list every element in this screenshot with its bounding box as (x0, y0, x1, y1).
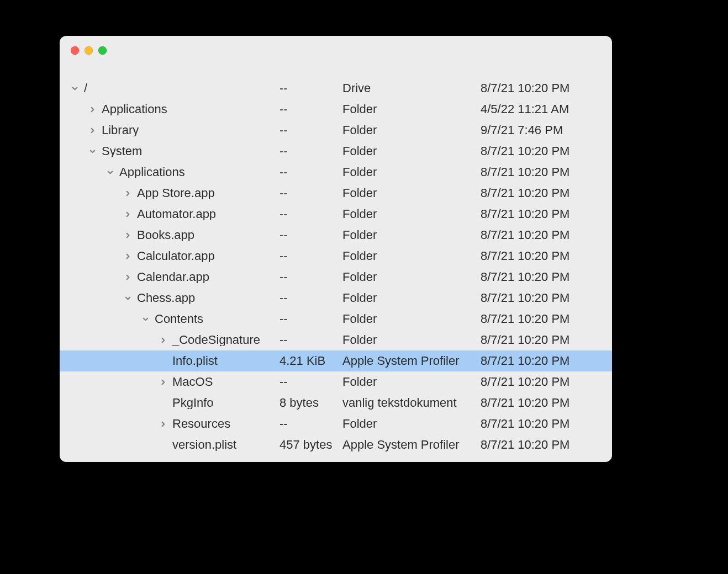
chevron-right-icon[interactable] (158, 377, 168, 387)
name-cell: / (70, 82, 279, 94)
item-name: Automator.app (137, 208, 216, 220)
file-tree[interactable]: /--Drive8/7/21 10:20 PMApplications--Fol… (60, 65, 612, 462)
item-name: Applications (102, 103, 167, 115)
size-cell: -- (279, 376, 342, 388)
kind-cell: Folder (342, 229, 481, 241)
tree-row[interactable]: version.plist457 bytesApple System Profi… (60, 434, 612, 455)
size-cell: -- (279, 166, 342, 178)
chevron-right-icon[interactable] (158, 335, 168, 345)
kind-cell: Folder (342, 124, 481, 136)
name-cell: Applications (70, 103, 279, 115)
size-cell: 4.21 KiB (279, 355, 342, 367)
kind-cell: Apple System Profiler (342, 355, 481, 367)
close-icon[interactable] (71, 46, 79, 55)
item-name: / (84, 82, 87, 94)
date-cell: 8/7/21 10:20 PM (481, 334, 599, 346)
tree-row[interactable]: Calculator.app--Folder8/7/21 10:20 PM (60, 246, 612, 267)
file-browser-window: /--Drive8/7/21 10:20 PMApplications--Fol… (60, 36, 612, 462)
date-cell: 8/7/21 10:20 PM (481, 208, 599, 220)
zoom-icon[interactable] (98, 46, 107, 55)
chevron-right-icon[interactable] (123, 251, 133, 261)
size-cell: -- (279, 418, 342, 430)
tree-row[interactable]: Resources--Folder8/7/21 10:20 PM (60, 413, 612, 434)
tree-row[interactable]: Library--Folder9/7/21 7:46 PM (60, 120, 612, 141)
size-cell: -- (279, 334, 342, 346)
tree-row[interactable]: Automator.app--Folder8/7/21 10:20 PM (60, 204, 612, 225)
name-cell: Applications (70, 166, 279, 178)
date-cell: 9/7/21 7:46 PM (481, 124, 599, 136)
item-name: Resources (172, 418, 230, 430)
size-cell: -- (279, 292, 342, 304)
chevron-down-icon[interactable] (123, 293, 133, 303)
tree-row[interactable]: Applications--Folder8/7/21 10:20 PM (60, 162, 612, 183)
chevron-right-icon[interactable] (87, 125, 97, 135)
name-cell: Automator.app (70, 208, 279, 220)
chevron-right-icon[interactable] (123, 272, 133, 282)
date-cell: 8/7/21 10:20 PM (481, 355, 599, 367)
item-name: _CodeSignature (172, 334, 260, 346)
chevron-right-icon[interactable] (123, 188, 133, 198)
size-cell: 457 bytes (279, 439, 342, 451)
name-cell: Library (70, 124, 279, 136)
chevron-right-icon[interactable] (123, 209, 133, 219)
kind-cell: Folder (342, 250, 481, 262)
kind-cell: Folder (342, 418, 481, 430)
kind-cell: Folder (342, 103, 481, 115)
date-cell: 8/7/21 10:20 PM (481, 439, 599, 451)
size-cell: -- (279, 145, 342, 157)
name-cell: App Store.app (70, 187, 279, 199)
kind-cell: Folder (342, 313, 481, 325)
tree-row[interactable]: MacOS--Folder8/7/21 10:20 PM (60, 371, 612, 392)
date-cell: 8/7/21 10:20 PM (481, 418, 599, 430)
item-name: Calendar.app (137, 271, 209, 283)
date-cell: 8/7/21 10:20 PM (481, 82, 599, 94)
item-name: Contents (155, 313, 203, 325)
tree-row[interactable]: Books.app--Folder8/7/21 10:20 PM (60, 225, 612, 246)
date-cell: 8/7/21 10:20 PM (481, 271, 599, 283)
tree-row[interactable]: Contents--Folder8/7/21 10:20 PM (60, 309, 612, 329)
kind-cell: Folder (342, 166, 481, 178)
tree-row[interactable]: Chess.app--Folder8/7/21 10:20 PM (60, 288, 612, 309)
chevron-down-icon[interactable] (87, 146, 97, 156)
size-cell: -- (279, 208, 342, 220)
item-name: Applications (119, 166, 185, 178)
tree-row[interactable]: System--Folder8/7/21 10:20 PM (60, 141, 612, 162)
tree-row[interactable]: App Store.app--Folder8/7/21 10:20 PM (60, 183, 612, 204)
item-name: Calculator.app (137, 250, 215, 262)
tree-row[interactable]: _CodeSignature--Folder8/7/21 10:20 PM (60, 329, 612, 350)
date-cell: 8/7/21 10:20 PM (481, 145, 599, 157)
size-cell: -- (279, 250, 342, 262)
tree-row[interactable]: PkgInfo8 bytesvanlig tekstdokument8/7/21… (60, 392, 612, 413)
tree-row[interactable]: /--Drive8/7/21 10:20 PM (60, 78, 612, 99)
tree-row[interactable]: Calendar.app--Folder8/7/21 10:20 PM (60, 267, 612, 288)
date-cell: 8/7/21 10:20 PM (481, 292, 599, 304)
item-name: Books.app (137, 229, 194, 241)
name-cell: Contents (70, 313, 279, 325)
item-name: Library (102, 124, 139, 136)
chevron-right-icon[interactable] (123, 230, 133, 240)
chevron-down-icon[interactable] (140, 314, 150, 324)
name-cell: System (70, 145, 279, 157)
size-cell: -- (279, 103, 342, 115)
kind-cell: Folder (342, 208, 481, 220)
date-cell: 8/7/21 10:20 PM (481, 376, 599, 388)
chevron-right-icon[interactable] (158, 419, 168, 429)
minimize-icon[interactable] (85, 46, 93, 55)
tree-row[interactable]: Info.plist4.21 KiBApple System Profiler8… (60, 350, 612, 371)
size-cell: -- (279, 271, 342, 283)
date-cell: 8/7/21 10:20 PM (481, 250, 599, 262)
name-cell: Resources (70, 418, 279, 430)
name-cell: PkgInfo (70, 397, 279, 409)
chevron-right-icon[interactable] (87, 104, 97, 114)
name-cell: Calculator.app (70, 250, 279, 262)
date-cell: 8/7/21 10:20 PM (481, 166, 599, 178)
item-name: MacOS (172, 376, 213, 388)
chevron-down-icon[interactable] (70, 83, 80, 93)
name-cell: Books.app (70, 229, 279, 241)
window-titlebar[interactable] (60, 36, 612, 65)
name-cell: _CodeSignature (70, 334, 279, 346)
name-cell: Info.plist (70, 355, 279, 367)
date-cell: 4/5/22 11:21 AM (481, 103, 599, 115)
tree-row[interactable]: Applications--Folder4/5/22 11:21 AM (60, 99, 612, 120)
chevron-down-icon[interactable] (105, 167, 115, 177)
